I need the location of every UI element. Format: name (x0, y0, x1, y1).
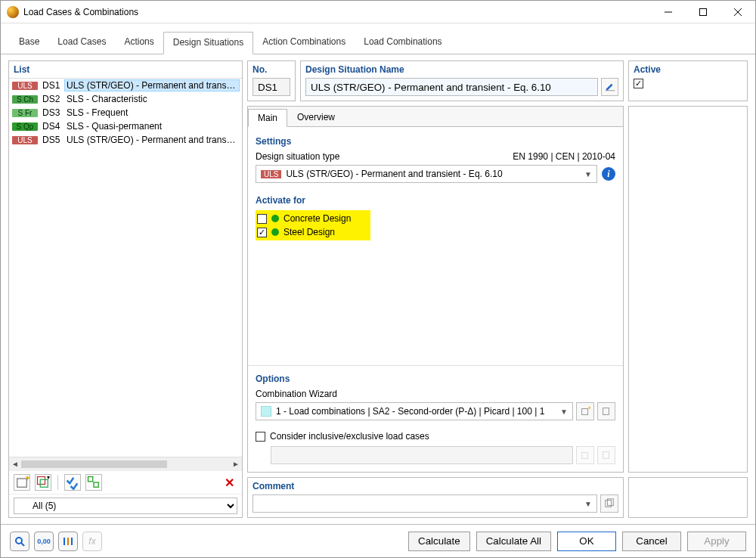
svg-rect-1 (700, 8, 707, 15)
svg-rect-9 (88, 477, 93, 482)
deselect-all-button[interactable] (85, 474, 102, 491)
calculate-all-button[interactable]: Calculate All (476, 532, 551, 551)
mid-main-panel: Main Overview Settings Design situation … (247, 106, 624, 473)
scroll-track[interactable] (21, 460, 230, 468)
tab-load-cases[interactable]: Load Cases (48, 32, 115, 54)
tab-action-combinations[interactable]: Action Combinations (253, 32, 355, 54)
design-type-tag: ULS (261, 170, 281, 178)
cancel-button[interactable]: Cancel (622, 532, 681, 551)
comment-box: Comment ▼ (247, 477, 624, 518)
minimize-icon (665, 8, 672, 16)
row-id: DS2 (42, 94, 65, 104)
svg-rect-11 (606, 90, 615, 91)
svg-rect-10 (94, 482, 98, 487)
new-item-button[interactable]: ✶ (14, 474, 30, 491)
svg-point-19 (16, 538, 22, 544)
activate-heading: Activate for (256, 195, 615, 206)
help-button[interactable] (10, 532, 29, 551)
scroll-thumb[interactable] (21, 460, 167, 468)
list-row[interactable]: ULS DS1 ULS (STR/GEO) - Permanent and tr… (9, 79, 242, 92)
calculate-button[interactable]: Calculate (408, 532, 470, 551)
row-desc: SLS - Characteristic (65, 94, 239, 104)
comment-aside-panel (628, 477, 748, 518)
maximize-button[interactable] (686, 1, 720, 23)
consider-new-button (576, 446, 594, 464)
list-row[interactable]: S Ch DS2 SLS - Characteristic (9, 92, 242, 106)
bottom-bar: 0,00 fx Calculate Calculate All OK Cance… (1, 524, 755, 557)
row-tag: S Ch (12, 95, 38, 104)
consider-dropdown (271, 446, 573, 464)
tab-load-combinations[interactable]: Load Combinations (355, 32, 451, 54)
scroll-right-icon[interactable]: ► (230, 460, 242, 468)
delete-item-button[interactable]: ✕ (221, 474, 237, 491)
info-button[interactable]: i (602, 167, 615, 181)
units-icon: 0,00 (37, 538, 51, 545)
design-type-label: Design situation type (256, 151, 339, 162)
apply-button: Apply (687, 532, 746, 551)
name-field-box: Design Situation Name (300, 60, 624, 101)
wizard-edit-button[interactable] (597, 402, 615, 420)
tab-base[interactable]: Base (10, 32, 48, 54)
magnifier-icon (14, 535, 26, 547)
app-icon (7, 6, 19, 18)
list-row[interactable]: ULS DS5 ULS (STR/GEO) - Permanent and tr… (9, 133, 242, 147)
row-desc: ULS (STR/GEO) - Permanent and transient … (65, 135, 239, 145)
minimize-button[interactable] (651, 1, 686, 23)
inner-tab-overview[interactable]: Overview (287, 108, 345, 126)
scroll-left-icon[interactable]: ◄ (9, 460, 21, 468)
mid-row: Main Overview Settings Design situation … (247, 106, 748, 473)
no-input[interactable] (253, 78, 290, 96)
copy-item-button[interactable]: ▾ (35, 474, 51, 491)
list-row[interactable]: S Fr DS3 SLS - Frequent (9, 106, 242, 119)
steel-checkbox[interactable] (257, 228, 267, 237)
active-checkbox[interactable] (634, 79, 643, 88)
new-icon: ✶ (580, 406, 590, 417)
svg-rect-16 (603, 452, 609, 459)
concrete-status-dot (271, 215, 279, 222)
dialog-window: Load Cases & Combinations Base Load Case… (0, 0, 756, 558)
settings-section: Settings Design situation type EN 1990 |… (248, 127, 623, 189)
ok-button[interactable]: OK (557, 532, 616, 551)
content-area: List ULS DS1 ULS (STR/GEO) - Permanent a… (1, 54, 755, 524)
list-filter-dropdown[interactable]: All (5) (14, 498, 237, 514)
new-icon (580, 450, 590, 460)
name-input[interactable] (305, 78, 598, 96)
detail-panel: No. Design Situation Name Active (247, 60, 748, 518)
row-tag: S Fr (12, 109, 38, 117)
tab-design-situations[interactable]: Design Situations (163, 32, 253, 54)
highlighted-activate-block: Concrete Design Steel Design (256, 210, 370, 240)
list-hscrollbar[interactable]: ◄ ► (9, 457, 242, 470)
list-heading: List (9, 61, 242, 79)
pencil-icon (605, 82, 615, 92)
steel-status-dot (271, 228, 279, 236)
name-label: Design Situation Name (305, 64, 618, 75)
row-id: DS5 (42, 135, 65, 145)
comment-row: Comment ▼ (247, 477, 748, 518)
wizard-dropdown[interactable]: 1 - Load combinations | SA2 - Second-ord… (256, 402, 573, 420)
close-button[interactable] (720, 1, 755, 23)
comment-library-button[interactable] (600, 494, 618, 513)
comment-dropdown[interactable]: ▼ (253, 494, 597, 513)
select-all-button[interactable] (64, 474, 81, 491)
design-type-dropdown[interactable]: ULS ULS (STR/GEO) - Permanent and transi… (256, 165, 597, 183)
wizard-label: Combination Wizard (256, 389, 615, 399)
list-row[interactable]: S Qp DS4 SLS - Quasi-permanent (9, 119, 242, 133)
rename-button[interactable] (601, 78, 618, 96)
deselect-all-icon (86, 475, 101, 490)
list-filter-row: All (5) (9, 494, 242, 517)
consider-checkbox[interactable] (256, 432, 265, 442)
active-field-box: Active (628, 60, 748, 101)
chevron-down-icon: ▼ (560, 408, 568, 416)
wizard-new-button[interactable]: ✶ (576, 402, 594, 420)
units-button[interactable]: 0,00 (34, 532, 54, 551)
concrete-label: Concrete Design (284, 213, 351, 224)
tab-actions[interactable]: Actions (115, 32, 163, 54)
settings-button[interactable] (58, 532, 78, 551)
design-situation-list[interactable]: ULS DS1 ULS (STR/GEO) - Permanent and tr… (9, 79, 242, 457)
concrete-checkbox[interactable] (257, 214, 267, 224)
chevron-down-icon: ▼ (584, 500, 592, 508)
wizard-value: 1 - Load combinations | SA2 - Second-ord… (276, 406, 544, 417)
consider-label: Consider inclusive/exclusive load cases (270, 431, 429, 442)
inner-tab-main[interactable]: Main (248, 109, 287, 127)
window-title: Load Cases & Combinations (23, 7, 651, 17)
